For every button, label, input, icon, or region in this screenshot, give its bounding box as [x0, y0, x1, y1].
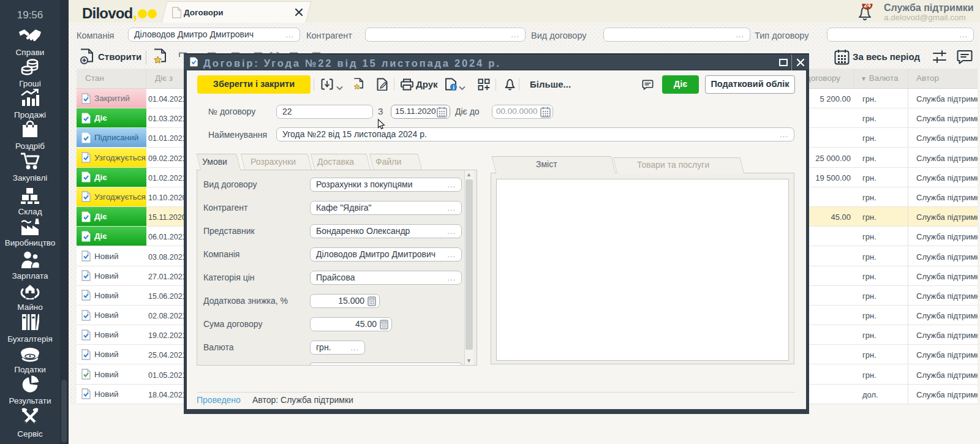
svg-text:24: 24 — [864, 4, 871, 9]
svg-text:i: i — [453, 85, 454, 91]
